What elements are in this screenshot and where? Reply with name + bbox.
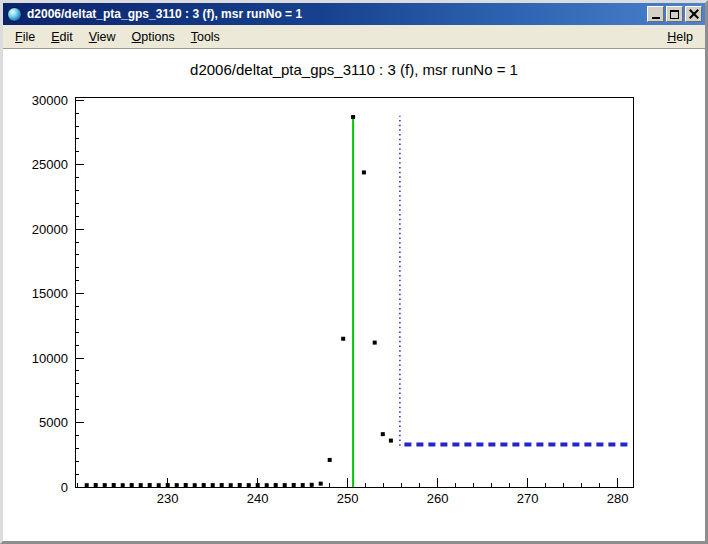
menu-edit[interactable]: Edit — [43, 28, 81, 46]
root-canvas[interactable]: d2006/deltat_pta_gps_3110 : 3 (f), msr r… — [3, 49, 705, 541]
svg-text:230: 230 — [157, 491, 179, 506]
svg-text:270: 270 — [517, 491, 539, 506]
close-button[interactable] — [685, 6, 702, 22]
svg-text:0: 0 — [61, 480, 68, 495]
svg-text:25000: 25000 — [32, 157, 68, 172]
app-window: d2006/deltat_pta_gps_3110 : 3 (f), msr r… — [0, 0, 708, 544]
svg-text:15000: 15000 — [32, 286, 68, 301]
svg-text:280: 280 — [607, 491, 629, 506]
maximize-icon — [670, 10, 679, 19]
menu-help[interactable]: Help — [659, 28, 701, 46]
plot-area[interactable]: 2302402502602702800500010000150002000025… — [3, 85, 705, 525]
menubar: File Edit View Options Tools Help — [3, 25, 705, 49]
window-controls — [645, 6, 702, 22]
svg-text:240: 240 — [247, 491, 269, 506]
chart-title: d2006/deltat_pta_gps_3110 : 3 (f), msr r… — [3, 61, 705, 78]
minimize-button[interactable] — [647, 6, 664, 22]
menu-options[interactable]: Options — [124, 28, 183, 46]
svg-text:5000: 5000 — [39, 415, 68, 430]
close-icon — [689, 9, 699, 19]
svg-text:20000: 20000 — [32, 222, 68, 237]
menu-view[interactable]: View — [81, 28, 124, 46]
svg-text:10000: 10000 — [32, 351, 68, 366]
svg-text:30000: 30000 — [32, 93, 68, 108]
maximize-button[interactable] — [666, 6, 683, 22]
window-title: d2006/deltat_pta_gps_3110 : 3 (f), msr r… — [27, 7, 645, 21]
menu-file[interactable]: File — [7, 28, 43, 46]
svg-text:250: 250 — [337, 491, 359, 506]
titlebar[interactable]: d2006/deltat_pta_gps_3110 : 3 (f), msr r… — [3, 3, 705, 25]
minimize-icon — [652, 17, 660, 19]
svg-text:260: 260 — [427, 491, 449, 506]
window-icon — [7, 7, 22, 22]
menu-tools[interactable]: Tools — [183, 28, 228, 46]
